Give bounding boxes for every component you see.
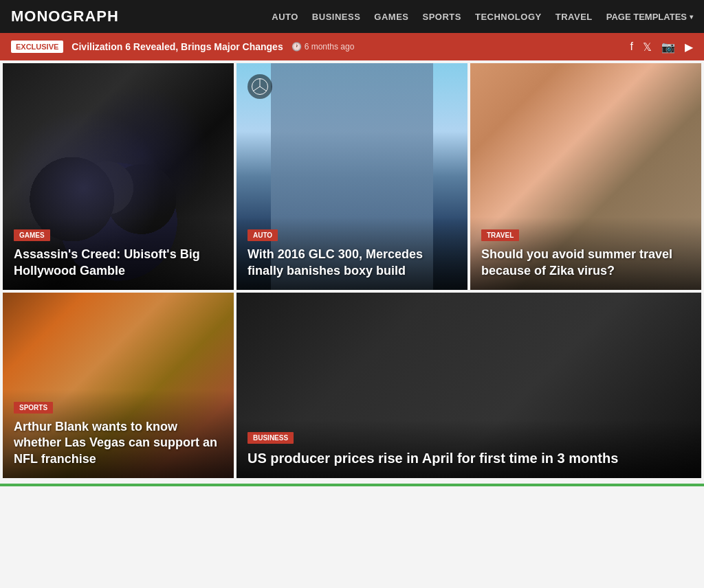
card-games-overlay: GAMES Assassin's Creed: Ubisoft's Big Ho…	[3, 217, 234, 290]
dropdown-arrow-icon: ▾	[690, 13, 693, 21]
svg-line-2	[253, 87, 260, 91]
site-header: MONOGRAPH AUTO BUSINESS GAMES SPORTS TEC…	[0, 0, 704, 33]
site-logo[interactable]: MONOGRAPH	[11, 8, 119, 25]
nav-business[interactable]: BUSINESS	[312, 12, 360, 22]
nav-page-templates[interactable]: PAGE TEMPLATES ▾	[606, 12, 693, 22]
instagram-icon[interactable]: 📷	[661, 41, 675, 54]
card-auto-title: With 2016 GLC 300, Mercedes finally bani…	[248, 247, 456, 279]
mercedes-star-icon	[252, 78, 268, 95]
breaking-bar-left: EXCLUSIVE Civilization 6 Revealed, Bring…	[11, 41, 354, 53]
category-badge-travel: TRAVEL	[481, 229, 519, 241]
card-sports-title: Arthur Blank wants to know whether Las V…	[14, 419, 223, 467]
card-business-title: US producer prices rise in April for fir…	[248, 449, 690, 467]
main-nav: AUTO BUSINESS GAMES SPORTS TECHNOLOGY TR…	[272, 12, 693, 22]
clock-icon: 🕐	[292, 42, 302, 52]
category-badge-auto: AUTO	[248, 229, 278, 241]
breaking-time: 🕐 6 months ago	[292, 42, 355, 52]
card-business-overlay: BUSINESS US producer prices rise in Apri…	[236, 420, 701, 478]
facebook-icon[interactable]: f	[630, 41, 633, 53]
card-games-title: Assassin's Creed: Ubisoft's Big Hollywoo…	[14, 247, 223, 279]
card-sports[interactable]: SPORTS Arthur Blank wants to know whethe…	[3, 293, 234, 478]
nav-sports[interactable]: SPORTS	[423, 12, 461, 22]
twitter-icon[interactable]: 𝕏	[643, 41, 652, 54]
category-badge-games: GAMES	[14, 229, 50, 241]
card-auto[interactable]: AUTO With 2016 GLC 300, Mercedes finally…	[236, 63, 468, 290]
card-auto-overlay: AUTO With 2016 GLC 300, Mercedes finally…	[236, 217, 468, 290]
nav-games[interactable]: GAMES	[374, 12, 408, 22]
breaking-bar: EXCLUSIVE Civilization 6 Revealed, Bring…	[0, 33, 704, 60]
category-badge-sports: SPORTS	[14, 402, 53, 414]
card-travel[interactable]: TRAVEL Should you avoid summer travel be…	[470, 63, 701, 290]
social-icons: f 𝕏 📷 ▶	[630, 41, 693, 54]
card-games[interactable]: GAMES Assassin's Creed: Ubisoft's Big Ho…	[3, 63, 234, 290]
card-travel-overlay: TRAVEL Should you avoid summer travel be…	[470, 217, 701, 290]
nav-travel[interactable]: TRAVEL	[556, 12, 593, 22]
bottom-green-bar	[0, 484, 704, 486]
nav-auto[interactable]: AUTO	[272, 12, 298, 22]
exclusive-badge: EXCLUSIVE	[11, 41, 63, 53]
mercedes-logo	[248, 74, 272, 99]
svg-line-3	[260, 87, 267, 91]
nav-technology[interactable]: TECHNOLOGY	[475, 12, 542, 22]
card-business[interactable]: BUSINESS US producer prices rise in Apri…	[236, 293, 701, 478]
card-sports-overlay: SPORTS Arthur Blank wants to know whethe…	[3, 389, 234, 478]
main-grid: GAMES Assassin's Creed: Ubisoft's Big Ho…	[0, 60, 704, 481]
breaking-title[interactable]: Civilization 6 Revealed, Brings Major Ch…	[72, 41, 283, 52]
card-travel-title: Should you avoid summer travel because o…	[481, 247, 690, 279]
category-badge-business: BUSINESS	[248, 432, 294, 444]
youtube-icon[interactable]: ▶	[685, 41, 693, 54]
